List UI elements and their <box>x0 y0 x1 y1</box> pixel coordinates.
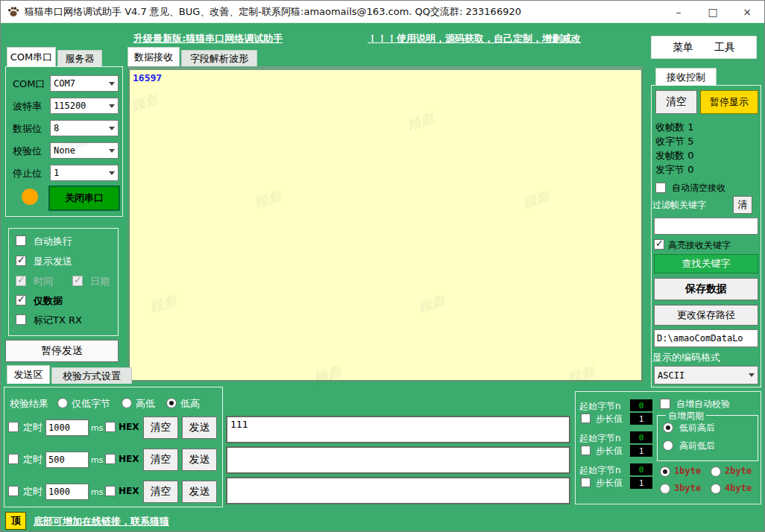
send-input-3[interactable] <box>226 477 570 504</box>
start-byte2-value[interactable]: 0 <box>630 431 652 443</box>
clear3-button[interactable]: 清空 <box>143 481 178 503</box>
low-first-label: 低前高后 <box>679 422 715 434</box>
start-byte1-label: 起始字节n <box>579 400 621 413</box>
menu-item-tools[interactable]: 工具 <box>714 41 735 54</box>
auto-clear-label: 自动清空接收 <box>672 182 725 194</box>
tab-send-area[interactable]: 发送区 <box>7 365 50 384</box>
data-bits-value: 8 <box>54 123 59 133</box>
timer3-checkbox[interactable] <box>8 486 19 496</box>
rx-frames-value: 1 <box>687 121 693 133</box>
tx-bytes-stat: 发字节 0 <box>655 163 693 177</box>
rx-bytes-stat: 收字节 5 <box>655 135 693 148</box>
tab-com-serial[interactable]: COM串口 <box>7 47 56 66</box>
step2-checkbox[interactable] <box>581 446 591 455</box>
mark-txrx-checkbox[interactable] <box>16 314 26 325</box>
checksum-lowhigh-radio[interactable] <box>166 398 177 408</box>
pause-send-button[interactable]: 暂停发送 <box>5 340 119 362</box>
filter-keyword-input[interactable] <box>654 218 758 235</box>
timer2-checkbox[interactable] <box>8 454 19 464</box>
clear-receive-button[interactable]: 清空 <box>655 90 697 114</box>
step1-value[interactable]: 1 <box>630 413 652 425</box>
highlight-keyword-checkbox[interactable] <box>654 239 664 250</box>
hex1-checkbox[interactable] <box>105 422 116 432</box>
byte2-radio[interactable] <box>711 466 721 477</box>
save-data-button[interactable]: 保存数据 <box>654 278 758 300</box>
close-button[interactable]: × <box>730 1 764 22</box>
minimize-button[interactable]: – <box>661 1 696 22</box>
send-input-2[interactable] <box>226 446 570 474</box>
auto-newline-checkbox[interactable] <box>16 235 26 246</box>
tab-receive-control[interactable]: 接收控制 <box>655 68 717 86</box>
timer3-interval-input[interactable] <box>45 484 89 500</box>
rx-frames-stat: 收帧数 1 <box>655 121 693 134</box>
tx-bytes-value: 0 <box>687 164 693 175</box>
clear2-button[interactable]: 清空 <box>143 449 178 471</box>
footer-contact-link[interactable]: 底部可增加在线链接，联系猫猫 <box>34 515 169 528</box>
data-bits-select[interactable]: 8 <box>50 120 119 136</box>
save-path-field[interactable]: D:\amaoComDataLo <box>654 329 758 347</box>
send1-button[interactable]: 发送 <box>182 417 217 439</box>
data-only-label: 仅数据 <box>34 294 63 308</box>
menu-bar: 菜单 工具 <box>651 36 757 59</box>
mark-txrx-label: 标记TX RX <box>34 314 82 327</box>
tab-data-receive[interactable]: 数据接收 <box>128 47 180 66</box>
maximize-button[interactable]: □ <box>696 1 730 22</box>
baud-rate-select[interactable]: 115200 <box>50 98 119 114</box>
filter-clear-button[interactable]: 清 <box>733 196 752 214</box>
checksum-lowbyte-radio[interactable] <box>57 398 68 408</box>
send2-button[interactable]: 发送 <box>182 449 217 471</box>
receive-data-area[interactable]: 16597 <box>128 66 643 382</box>
timer1-checkbox[interactable] <box>8 422 19 432</box>
menu-item-menu[interactable]: 菜单 <box>673 41 693 54</box>
checksum-highlow-radio[interactable] <box>122 398 132 408</box>
upgrade-link[interactable]: 升级最新版:猫猫串口网络调试助手 <box>133 32 283 45</box>
step3-value[interactable]: 1 <box>630 477 652 489</box>
received-data-text: 16597 <box>133 72 162 83</box>
tx-bytes-label: 发字节 <box>655 164 684 175</box>
help-link[interactable]: ！！！使用说明，源码获取，自己定制，增删减改 <box>368 32 581 45</box>
timer2-label: 定时 <box>23 453 42 466</box>
clear1-button[interactable]: 清空 <box>143 417 178 439</box>
com-port-select[interactable]: COM7 <box>50 75 119 92</box>
timer1-interval-input[interactable] <box>45 419 89 436</box>
change-save-path-button[interactable]: 更改保存路径 <box>654 305 758 326</box>
start-byte3-value[interactable]: 0 <box>630 463 652 475</box>
byte1-radio[interactable] <box>660 466 670 477</box>
high-first-label: 高前低后 <box>679 440 715 452</box>
high-first-radio[interactable] <box>663 440 673 451</box>
top-button[interactable]: 顶 <box>5 512 26 530</box>
hex3-checkbox[interactable] <box>105 486 116 496</box>
tab-field-waveform[interactable]: 字段解析波形 <box>181 50 257 66</box>
close-serial-button[interactable]: 关闭串口 <box>48 186 120 211</box>
send-input-1[interactable]: 111 <box>226 416 570 443</box>
encoding-select[interactable]: ASCII <box>654 366 758 384</box>
tab-server[interactable]: 服务器 <box>57 50 102 66</box>
parity-select[interactable]: None <box>50 142 119 159</box>
tab-checksum-setting[interactable]: 校验方式设置 <box>51 367 132 384</box>
start-byte1-value[interactable]: 0 <box>630 399 652 411</box>
com-port-value: COM7 <box>54 78 75 89</box>
stop-bits-select[interactable]: 1 <box>50 165 119 181</box>
auto-clear-checkbox[interactable] <box>655 183 666 193</box>
checksum-lowhigh-label: 低高 <box>180 397 200 411</box>
byte3-radio[interactable] <box>660 484 670 494</box>
show-send-checkbox[interactable] <box>16 256 26 266</box>
low-first-radio[interactable] <box>663 422 673 433</box>
byte1-label: 1byte <box>674 466 701 476</box>
chevron-down-icon <box>109 104 115 108</box>
serial-status-indicator <box>22 189 38 205</box>
send3-button[interactable]: 发送 <box>182 481 217 503</box>
step3-checkbox[interactable] <box>581 478 591 487</box>
byte4-radio[interactable] <box>711 484 721 494</box>
step2-value[interactable]: 1 <box>630 445 652 457</box>
timer2-interval-input[interactable] <box>45 452 89 468</box>
step1-checkbox[interactable] <box>581 414 591 423</box>
hex2-checkbox[interactable] <box>105 454 116 464</box>
chevron-down-icon <box>109 82 115 86</box>
time-checkbox[interactable] <box>16 276 26 286</box>
date-checkbox[interactable] <box>72 276 83 286</box>
find-keyword-button[interactable]: 查找关键字 <box>654 254 758 273</box>
pause-display-button[interactable]: 暂停显示 <box>700 90 758 114</box>
auto-checksum-checkbox[interactable] <box>660 399 670 409</box>
data-only-checkbox[interactable] <box>16 295 26 305</box>
